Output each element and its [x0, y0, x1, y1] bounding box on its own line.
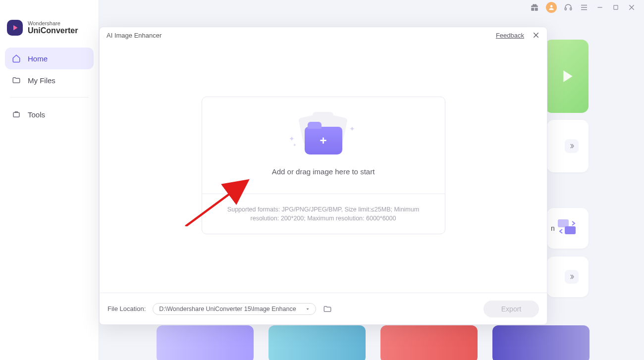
sidebar-item-label: Home: [28, 54, 48, 63]
ai-image-enhancer-dialog: AI Image Enhancer Feedback ✦✦✦ + Add or …: [99, 27, 547, 325]
sidebar-item-tools[interactable]: Tools: [5, 103, 94, 125]
drop-area[interactable]: ✦✦✦ + Add or drag image here to start: [202, 97, 445, 194]
thumb-4[interactable]: [492, 325, 590, 360]
headset-icon[interactable]: [564, 3, 573, 12]
folder-open-icon[interactable]: [323, 305, 332, 313]
bg-card-text: n: [551, 224, 555, 232]
close-icon[interactable]: [532, 31, 540, 39]
export-button[interactable]: Export: [483, 301, 539, 317]
avatar-icon[interactable]: [546, 2, 557, 13]
files-icon: [12, 76, 21, 85]
gift-icon[interactable]: [530, 3, 539, 12]
file-location-path: D:\Wondershare UniConverter 15\Image Enh…: [159, 306, 296, 312]
thumb-1[interactable]: [157, 325, 254, 360]
home-icon: [12, 54, 21, 63]
chevron-down-icon: [305, 306, 311, 312]
bg-thumbs: [157, 325, 590, 360]
feedback-link[interactable]: Feedback: [496, 32, 524, 39]
tools-icon: [12, 110, 21, 119]
svg-rect-11: [558, 219, 569, 227]
minimize-icon[interactable]: [595, 3, 604, 12]
sidebar-item-home[interactable]: Home: [5, 48, 94, 69]
window-close-icon[interactable]: [627, 3, 636, 12]
refresh-tile-icon: [555, 217, 580, 239]
thumb-3[interactable]: [380, 325, 478, 360]
dialog-header: AI Image Enhancer Feedback: [100, 27, 547, 43]
drop-prompt: Add or drag image here to start: [272, 167, 375, 176]
svg-rect-7: [614, 5, 618, 9]
sidebar-item-label: My Files: [28, 76, 55, 85]
logo-mark-icon: [7, 20, 23, 36]
dialog-body: ✦✦✦ + Add or drag image here to start Su…: [100, 43, 547, 293]
bg-hero-card: [545, 40, 589, 113]
folder-add-icon: ✦✦✦ +: [289, 115, 358, 156]
hamburger-icon[interactable]: [580, 3, 589, 12]
svg-rect-1: [565, 8, 566, 10]
svg-point-0: [550, 5, 553, 7]
sidebar-item-myfiles[interactable]: My Files: [5, 69, 94, 91]
support-text: Supported formats: JPG/PNG/JPEG/BMP, Siz…: [202, 194, 445, 234]
export-label: Export: [501, 305, 521, 313]
dialog-footer: File Location: D:\Wondershare UniConvert…: [100, 293, 547, 324]
bg-card-1[interactable]: [547, 120, 589, 172]
bg-card-3[interactable]: [547, 257, 589, 297]
drop-card: ✦✦✦ + Add or drag image here to start Su…: [202, 97, 445, 234]
file-location-label: File Location:: [107, 305, 146, 312]
bg-card-2[interactable]: n: [547, 208, 589, 249]
nav-divider: [10, 97, 89, 98]
brand-line1: Wondershare: [28, 20, 78, 26]
svg-rect-12: [565, 226, 576, 234]
titlebar: [99, 0, 644, 15]
thumb-2[interactable]: [268, 325, 366, 360]
app-logo: Wondershare UniConverter: [0, 0, 99, 48]
sidebar-item-label: Tools: [28, 110, 45, 119]
chevron-right-icon: [565, 139, 579, 153]
maximize-icon[interactable]: [611, 3, 620, 12]
file-location-select[interactable]: D:\Wondershare UniConverter 15\Image Enh…: [153, 303, 316, 315]
svg-rect-2: [570, 8, 572, 10]
dialog-title: AI Image Enhancer: [107, 32, 161, 39]
nav: Home My Files Tools: [0, 48, 99, 125]
sidebar: Wondershare UniConverter Home My Files T…: [0, 0, 99, 360]
chevron-right-icon: [565, 270, 579, 284]
brand-line2: UniConverter: [28, 26, 78, 35]
svg-rect-10: [13, 112, 19, 117]
